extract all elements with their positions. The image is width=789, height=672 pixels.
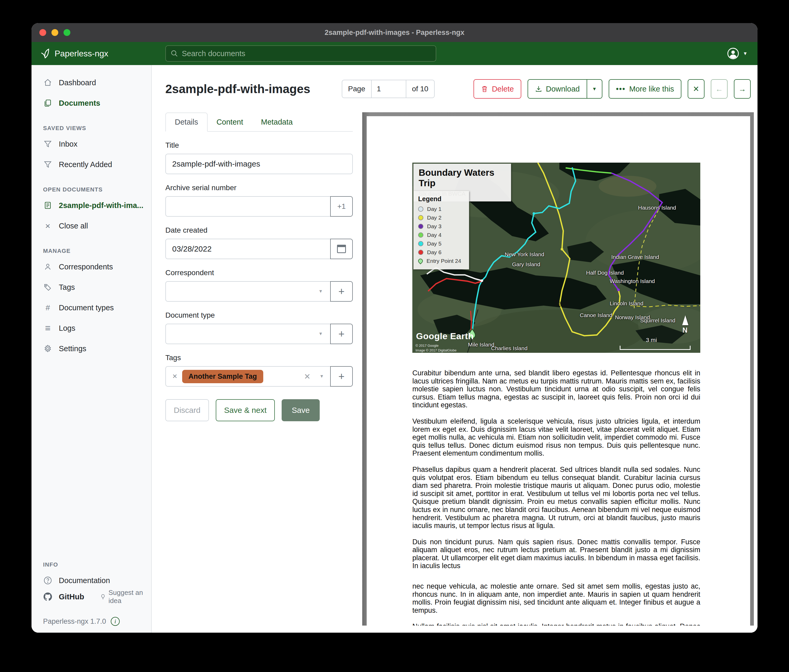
brand-label: Paperless-ngx bbox=[54, 49, 109, 59]
sidebar-item-label: Documentation bbox=[59, 576, 110, 585]
page-number-input[interactable] bbox=[372, 80, 406, 97]
suggest-idea-link[interactable]: Suggest an idea bbox=[100, 589, 151, 605]
sidebar-item-inbox[interactable]: Inbox bbox=[32, 136, 151, 152]
navbar: Paperless-ngx ▼ bbox=[32, 42, 757, 65]
download-options-button[interactable]: ▼ bbox=[587, 79, 602, 99]
calendar-button[interactable] bbox=[330, 239, 353, 259]
sidebar-item-settings[interactable]: Settings bbox=[32, 341, 151, 357]
tab-content[interactable]: Content bbox=[208, 113, 252, 131]
gear-icon bbox=[43, 344, 53, 353]
title-field[interactable] bbox=[165, 154, 353, 174]
sidebar-item-correspondents[interactable]: Correspondents bbox=[32, 259, 151, 275]
documents-icon bbox=[43, 99, 53, 107]
north-arrow-icon bbox=[682, 315, 688, 325]
info-icon[interactable]: i bbox=[111, 617, 120, 626]
sidebar-info: INFO Documentation GitHub bbox=[32, 561, 151, 633]
sidebar-item-label: GitHub bbox=[59, 592, 84, 601]
save-and-next-button[interactable]: Save & next bbox=[216, 399, 275, 421]
date-created-field[interactable] bbox=[165, 239, 330, 259]
close-document-button[interactable]: ✕ bbox=[688, 79, 704, 99]
day5-marker-icon bbox=[418, 241, 423, 246]
sidebar-item-label: Inbox bbox=[59, 140, 77, 148]
sidebar-item-documentation[interactable]: Documentation bbox=[32, 572, 151, 589]
sidebar-item-documents[interactable]: Documents bbox=[32, 95, 151, 111]
leaf-logo-icon bbox=[40, 48, 50, 59]
pdf-viewer[interactable]: Boundary Waters Trip Six days in BWCA Le… bbox=[362, 112, 754, 626]
tab-details[interactable]: Details bbox=[165, 113, 208, 132]
document-type-label: Document type bbox=[165, 311, 353, 320]
map-label: Lincoln Island bbox=[610, 300, 643, 307]
remove-tag-icon[interactable]: ✕ bbox=[172, 373, 177, 380]
day6-marker-icon bbox=[418, 250, 423, 255]
version-label: Paperless-ngx 1.7.0 bbox=[43, 618, 106, 626]
tags-label: Tags bbox=[165, 354, 353, 362]
brand[interactable]: Paperless-ngx bbox=[40, 48, 109, 59]
document-actions: Delete Download ▼ ••• bbox=[473, 79, 751, 99]
asn-field-label: Archive serial number bbox=[165, 184, 353, 192]
tab-metadata[interactable]: Metadata bbox=[252, 113, 302, 131]
map-label: Squirrel Island bbox=[640, 317, 676, 324]
discard-button[interactable]: Discard bbox=[165, 399, 209, 421]
previous-document-button[interactable]: ← bbox=[711, 79, 728, 99]
document-type-select[interactable]: ▼ bbox=[165, 324, 330, 344]
details-form: Details Content Metadata Title Archive s… bbox=[165, 113, 353, 421]
more-like-this-button[interactable]: ••• More like this bbox=[609, 79, 681, 99]
hash-icon: # bbox=[43, 303, 53, 312]
map-label: Hausons Island bbox=[638, 205, 676, 211]
add-tag-button[interactable]: + bbox=[330, 366, 353, 387]
correspondent-label: Correspondent bbox=[165, 269, 353, 277]
pdf-paragraph: Phasellus dapibus quam a hendrerit place… bbox=[412, 466, 700, 530]
sidebar-item-github[interactable]: GitHub bbox=[32, 589, 84, 605]
sidebar-item-document-types[interactable]: # Document types bbox=[32, 299, 151, 316]
map-copyright: Image © 2017 DigitalGlobe bbox=[415, 348, 457, 352]
sidebar-item-recently-added[interactable]: Recently Added bbox=[32, 156, 151, 173]
sidebar-item-close-all[interactable]: × Close all bbox=[32, 218, 151, 234]
sidebar-section-info: INFO bbox=[43, 561, 151, 568]
filter-icon bbox=[43, 160, 53, 169]
document-icon bbox=[43, 201, 53, 210]
search-box[interactable] bbox=[165, 45, 436, 62]
date-created-label: Date created bbox=[165, 226, 353, 234]
pdf-paragraph: nec neque vehicula, ac molestie ante orn… bbox=[412, 582, 700, 614]
sidebar-item-dashboard[interactable]: Dashboard bbox=[32, 75, 151, 91]
save-button[interactable]: Save bbox=[282, 399, 319, 421]
page-title: 2sample-pdf-with-images bbox=[165, 82, 310, 96]
map-label: Indian Grave Island bbox=[611, 254, 659, 260]
day3-marker-icon bbox=[418, 224, 423, 229]
sidebar-item-label: Logs bbox=[59, 324, 75, 333]
caret-down-icon: ▼ bbox=[318, 289, 323, 294]
user-menu[interactable]: ▼ bbox=[727, 48, 747, 59]
north-label: N bbox=[682, 326, 688, 334]
sidebar-item-label: Document types bbox=[59, 304, 114, 312]
pdf-paragraph: Vestibulum eleifend, ligula a scelerisqu… bbox=[412, 417, 700, 457]
tag-pill[interactable]: Another Sample Tag bbox=[182, 370, 263, 383]
search-icon bbox=[171, 49, 178, 57]
correspondent-select[interactable]: ▼ bbox=[165, 281, 330, 302]
suggest-idea-label: Suggest an idea bbox=[109, 589, 151, 605]
sidebar-item-open-document[interactable]: 2sample-pdf-with-ima... bbox=[32, 197, 151, 213]
search-input[interactable] bbox=[182, 49, 431, 58]
add-document-type-button[interactable]: + bbox=[330, 324, 353, 344]
asn-plus-one-button[interactable]: +1 bbox=[330, 196, 353, 217]
next-document-button[interactable]: → bbox=[734, 79, 751, 99]
sidebar-item-logs[interactable]: ≡ Logs bbox=[32, 320, 151, 336]
download-button[interactable]: Download bbox=[527, 79, 587, 99]
map-legend: Legend Day 1 Day 2 Day 3 Day 4 Day 5 Day… bbox=[414, 191, 469, 269]
sidebar-section-manage: MANAGE bbox=[43, 248, 151, 255]
tags-select[interactable]: ✕ Another Sample Tag ✕ ▼ bbox=[165, 366, 330, 387]
lines-icon: ≡ bbox=[43, 323, 53, 334]
delete-button[interactable]: Delete bbox=[473, 79, 521, 99]
tag-icon bbox=[43, 283, 53, 291]
more-like-this-label: More like this bbox=[629, 85, 674, 93]
map-text-annotation: Text bbox=[554, 299, 569, 309]
caret-down-icon[interactable]: ▼ bbox=[319, 374, 324, 379]
window-title: 2sample-pdf-with-images - Paperless-ngx bbox=[32, 29, 757, 37]
sidebar-item-label: 2sample-pdf-with-ima... bbox=[59, 201, 143, 210]
clear-tags-icon[interactable]: ✕ bbox=[304, 372, 310, 381]
main-area: 2sample-pdf-with-images Page of 10 Delet… bbox=[152, 65, 757, 633]
arrow-right-icon: → bbox=[739, 85, 746, 93]
asn-field[interactable] bbox=[165, 196, 330, 217]
add-correspondent-button[interactable]: + bbox=[330, 281, 353, 302]
sidebar: Dashboard Documents SAVED VIEWS Inbox Re bbox=[32, 65, 152, 633]
sidebar-item-tags[interactable]: Tags bbox=[32, 279, 151, 295]
